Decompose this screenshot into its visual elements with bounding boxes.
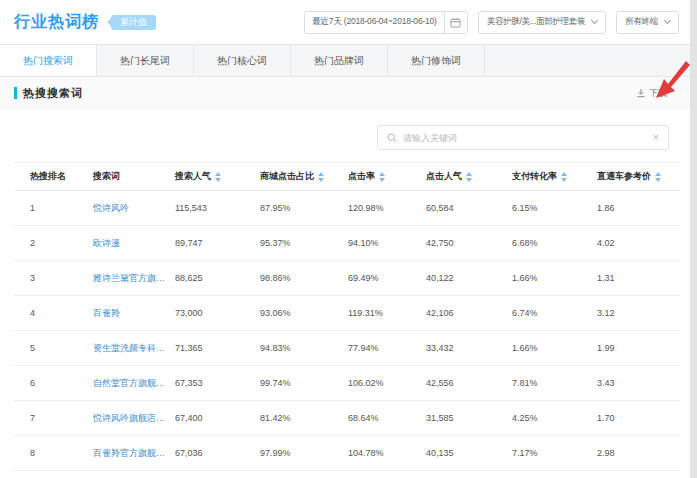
section-marker [14, 87, 17, 99]
search-popularity-cell: 73,000 [175, 308, 260, 318]
table-row: 4 百雀羚 73,000 93.06% 119.31% 42,106 6.74%… [14, 296, 681, 331]
tab[interactable]: 热门修饰词 [388, 45, 485, 76]
search-popularity-cell: 67,400 [175, 413, 260, 423]
calendar-icon[interactable] [444, 12, 467, 33]
category-dropdown[interactable]: 美容护肤/美...面部护理套装 [478, 11, 606, 34]
annotation-arrow-icon [653, 58, 691, 100]
keyword-link[interactable]: 悦诗风吟旗舰店官网 [93, 412, 175, 425]
keyword-link[interactable]: 百雀羚 [93, 307, 175, 320]
rank-cell: 7 [14, 413, 93, 423]
column-header[interactable]: 搜索人气 [175, 170, 260, 183]
ztc-ref-price-cell: 1.86 [597, 203, 681, 213]
keyword-link[interactable]: 欧诗漫 [93, 237, 175, 250]
click-popularity-cell: 31,585 [426, 413, 512, 423]
click-rate-cell: 106.02% [348, 378, 426, 388]
table-row: 1 悦诗风吟 115,543 87.95% 120.98% 60,584 6.1… [14, 191, 681, 226]
terminal-dropdown[interactable]: 所有终端 [616, 11, 679, 34]
section-head: 热搜搜索词 下载 [0, 77, 697, 109]
pay-conversion-cell: 7.17% [512, 448, 597, 458]
pay-conversion-cell: 7.81% [512, 378, 597, 388]
sort-icon[interactable] [655, 172, 661, 182]
ztc-ref-price-cell: 1.99 [597, 343, 681, 353]
column-label: 点击率 [348, 170, 375, 183]
column-header[interactable]: 直通车参考价 [597, 170, 681, 183]
keyword-link[interactable]: 资生堂洗颜专科官方旗舰 [93, 342, 175, 355]
hot-words-table: 热搜排名 搜索词 搜索人气 商城点击占比 点击率 点击人气 [14, 162, 681, 471]
search-box[interactable]: × [377, 125, 669, 150]
clear-icon[interactable]: × [653, 132, 659, 143]
click-popularity-cell: 33,432 [426, 343, 512, 353]
click-popularity-cell: 42,106 [426, 308, 512, 318]
ztc-ref-price-cell: 1.31 [597, 273, 681, 283]
table-body: 1 悦诗风吟 115,543 87.95% 120.98% 60,584 6.1… [14, 191, 681, 471]
topbar-controls: 最近7天 (2018-06-04~2018-06-10) 美容护肤/美...面部… [304, 11, 679, 34]
keyword-link[interactable]: 悦诗风吟 [93, 202, 175, 215]
page-edge-strip [690, 0, 697, 478]
table-row: 6 自然堂官方旗舰店官... 67,353 99.74% 106.02% 42,… [14, 366, 681, 401]
tab[interactable]: 热门核心词 [194, 45, 291, 76]
mall-click-ratio-cell: 94.83% [260, 343, 348, 353]
click-rate-cell: 119.31% [348, 308, 426, 318]
category-dropdown-value: 美容护肤/美...面部护理套装 [487, 16, 585, 28]
pay-conversion-cell: 6.74% [512, 308, 597, 318]
pay-conversion-cell: 6.68% [512, 238, 597, 248]
sort-icon[interactable] [379, 172, 385, 182]
tab[interactable]: 热门搜索词 [0, 45, 97, 76]
click-rate-cell: 104.78% [348, 448, 426, 458]
sort-icon[interactable] [561, 172, 567, 182]
keyword-link[interactable]: 百雀羚官方旗舰店官网 [93, 447, 175, 460]
keyword-link[interactable]: 自然堂官方旗舰店官... [93, 377, 175, 390]
keyword-link[interactable]: 雅诗兰黛官方旗舰店... [93, 272, 175, 285]
tab[interactable]: 热门品牌词 [291, 45, 388, 76]
ztc-ref-price-cell: 3.43 [597, 378, 681, 388]
rank-cell: 2 [14, 238, 93, 248]
table-row: 7 悦诗风吟旗舰店官网 67,400 81.42% 68.64% 31,585 … [14, 401, 681, 436]
column-label: 热搜排名 [30, 170, 66, 183]
page-title: 行业热词榜 [14, 12, 99, 33]
pay-conversion-cell: 4.25% [512, 413, 597, 423]
sort-icon[interactable] [318, 172, 324, 182]
ztc-ref-price-cell: 1.70 [597, 413, 681, 423]
search-icon [387, 133, 397, 143]
table-row: 8 百雀羚官方旗舰店官网 67,036 97.99% 104.78% 40,13… [14, 436, 681, 471]
column-label: 搜索词 [93, 170, 120, 183]
column-label: 支付转化率 [512, 170, 557, 183]
column-header[interactable]: 热搜排名 [14, 170, 93, 183]
hot-words-dashboard: 行业热词榜 累计值 最近7天 (2018-06-04~2018-06-10) 美… [0, 0, 697, 478]
search-popularity-cell: 71,365 [175, 343, 260, 353]
mall-click-ratio-cell: 98.86% [260, 273, 348, 283]
click-popularity-cell: 40,122 [426, 273, 512, 283]
chevron-down-icon [591, 17, 598, 24]
tab[interactable]: 热门长尾词 [97, 45, 194, 76]
section-title: 热搜搜索词 [23, 86, 83, 101]
date-range-picker[interactable]: 最近7天 (2018-06-04~2018-06-10) [304, 11, 468, 34]
rank-cell: 4 [14, 308, 93, 318]
click-rate-cell: 77.94% [348, 343, 426, 353]
rank-cell: 1 [14, 203, 93, 213]
sort-icon[interactable] [466, 172, 472, 182]
click-rate-cell: 68.64% [348, 413, 426, 423]
column-header[interactable]: 点击人气 [426, 170, 512, 183]
column-label: 直通车参考价 [597, 170, 651, 183]
rank-cell: 5 [14, 343, 93, 353]
column-header[interactable]: 支付转化率 [512, 170, 597, 183]
click-rate-cell: 94.10% [348, 238, 426, 248]
search-input[interactable] [403, 133, 647, 143]
ztc-ref-price-cell: 3.12 [597, 308, 681, 318]
click-popularity-cell: 42,556 [426, 378, 512, 388]
click-rate-cell: 120.98% [348, 203, 426, 213]
search-row: × [0, 109, 697, 162]
column-label: 搜索人气 [175, 170, 211, 183]
rank-cell: 3 [14, 273, 93, 283]
pay-conversion-cell: 1.66% [512, 273, 597, 283]
mall-click-ratio-cell: 87.95% [260, 203, 348, 213]
column-header[interactable]: 商城点击占比 [260, 170, 348, 183]
stat-mode-badge: 累计值 [111, 15, 156, 30]
download-icon [636, 88, 646, 98]
rank-cell: 8 [14, 448, 93, 458]
mall-click-ratio-cell: 97.99% [260, 448, 348, 458]
column-header[interactable]: 搜索词 [93, 170, 175, 183]
sort-icon[interactable] [215, 172, 221, 182]
table-row: 2 欧诗漫 89,747 95.37% 94.10% 42,750 6.68% … [14, 226, 681, 261]
column-header[interactable]: 点击率 [348, 170, 426, 183]
